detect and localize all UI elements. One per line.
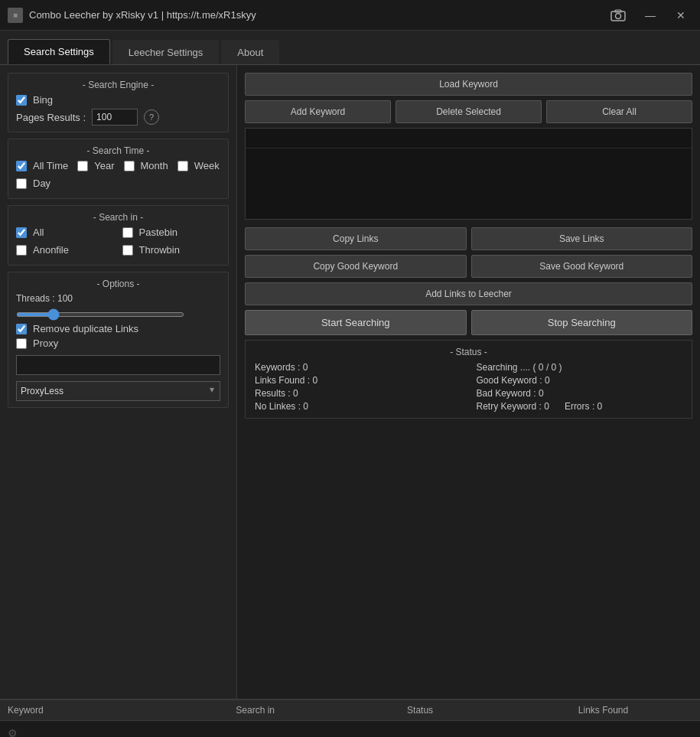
app-icon: ■ [8,8,23,23]
search-in-title: - Search in - [16,212,220,223]
start-searching-button[interactable]: Start Searching [245,310,467,335]
all-label[interactable]: All [33,227,44,238]
pages-results-row: Pages Results : ? [16,109,220,126]
pastebin-label[interactable]: Pastebin [139,227,178,238]
left-panel: - Search Engine - Bing Pages Results : ?… [0,65,237,699]
week-label[interactable]: Week [194,160,220,171]
day-label[interactable]: Day [33,178,50,189]
save-links-button[interactable]: Save Links [471,227,693,250]
threads-slider[interactable] [16,312,184,317]
search-time-title: - Search Time - [16,145,220,156]
delete-selected-button[interactable]: Delete Selected [396,100,542,123]
proxy-row: Proxy [16,338,220,349]
week-row: Week [177,160,220,171]
keyword-input-field[interactable] [246,129,692,148]
remove-duplicate-row: Remove duplicate Links [16,323,220,334]
day-checkbox[interactable] [16,178,27,189]
copy-links-button[interactable]: Copy Links [245,227,467,250]
year-label[interactable]: Year [94,160,114,171]
alltime-label[interactable]: All Time [33,160,68,171]
month-checkbox[interactable] [124,161,135,171]
search-time-section: - Search Time - All Time Year Month Week [8,139,229,199]
col-status: Status [407,705,578,716]
clear-all-button[interactable]: Clear All [546,100,692,123]
links-row: Copy Links Save Links [245,227,692,250]
tab-search-settings[interactable]: Search Settings [8,39,110,64]
status-area: - Status - Keywords : 0 Searching .... (… [245,340,692,419]
anonfile-checkbox[interactable] [16,245,27,256]
bing-row: Bing [16,94,220,106]
close-button[interactable]: ✕ [669,5,692,24]
alltime-checkbox[interactable] [16,161,27,171]
week-checkbox[interactable] [177,161,188,171]
good-keyword-row: Copy Good Keyword Save Good Keyword [245,255,692,278]
pastebin-checkbox[interactable] [122,227,133,238]
proxy-select[interactable]: ProxyLess [16,381,220,401]
alltime-row: All Time [16,160,68,171]
bad-keyword-status: Bad Keyword : 0 [477,388,683,399]
proxy-checkbox[interactable] [16,338,27,349]
results-status: Results : 0 [255,388,461,399]
year-checkbox[interactable] [77,161,88,171]
throwbin-row: Throwbin [122,244,221,256]
proxy-input[interactable] [16,355,220,375]
search-control-row: Start Searching Stop Searching [245,310,692,335]
load-keyword-button[interactable]: Load Keyword [245,73,692,96]
searching-status: Searching .... ( 0 / 0 ) [477,362,683,373]
status-grid: Keywords : 0 Searching .... ( 0 / 0 ) Li… [255,362,682,412]
bing-checkbox[interactable] [16,95,27,106]
camera-button[interactable] [605,5,631,24]
all-row: All [16,227,115,238]
good-keyword-status: Good Keyword : 0 [477,375,683,386]
stop-searching-button[interactable]: Stop Searching [471,310,693,335]
col-links: Links Found [578,705,692,716]
search-engine-title: - Search Engine - [16,80,220,90]
threads-label: Threads : 100 [16,293,220,304]
tab-leecher-settings[interactable]: Leecher Settings [112,40,220,64]
table-header: Keyword Search in Status Links Found [0,699,700,721]
pastebin-row: Pastebin [122,227,221,238]
tabs-bar: Search Settings Leecher Settings About [0,31,700,65]
search-in-section: - Search in - All Pastebin Anonfile Thro… [8,205,229,266]
links-found-status: Links Found : 0 [255,375,461,386]
keyword-list-area[interactable] [245,128,692,220]
errors-status: Errors : 0 [565,401,602,412]
right-panel: Load Keyword Add Keyword Delete Selected… [237,65,700,699]
save-good-keyword-button[interactable]: Save Good Keyword [471,255,693,278]
keyword-actions-row: Add Keyword Delete Selected Clear All [245,100,692,123]
minimize-button[interactable]: — [639,5,662,24]
pages-results-input[interactable] [92,109,138,126]
keywords-status: Keywords : 0 [255,362,461,373]
options-section: - Options - Threads : 100 Remove duplica… [8,272,229,408]
table-section: Keyword Search in Status Links Found ⚙ [0,699,700,737]
bing-label[interactable]: Bing [33,94,53,106]
remove-duplicate-checkbox[interactable] [16,324,27,334]
throwbin-checkbox[interactable] [122,245,133,256]
title-bar: ■ Combo Leecher by xRisky v1 | https://t… [0,0,700,31]
gear-icon: ⚙ [8,727,18,737]
proxy-select-wrapper: ProxyLess [16,378,220,401]
copy-good-keyword-button[interactable]: Copy Good Keyword [245,255,467,278]
month-label[interactable]: Month [141,160,168,171]
all-checkbox[interactable] [16,227,27,238]
add-keyword-button[interactable]: Add Keyword [245,100,391,123]
proxy-label[interactable]: Proxy [33,338,58,349]
col-keyword: Keyword [8,705,236,716]
year-row: Year [77,160,114,171]
svg-point-1 [616,13,621,18]
remove-duplicate-label[interactable]: Remove duplicate Links [33,323,138,334]
day-row: Day [16,178,50,189]
title-bar-text: Combo Leecher by xRisky v1 | https://t.m… [29,9,605,21]
add-links-to-leecher-button[interactable]: Add Links to Leecher [245,282,692,305]
throwbin-label[interactable]: Throwbin [139,244,180,256]
no-links-status: No Linkes : 0 [255,401,461,412]
table-body[interactable]: ⚙ [0,721,700,737]
status-title: - Status - [255,347,682,357]
pages-results-label: Pages Results : [16,112,86,123]
help-button[interactable]: ? [144,109,159,125]
anonfile-label[interactable]: Anonfile [33,244,69,256]
search-engine-section: - Search Engine - Bing Pages Results : ? [8,73,229,132]
month-row: Month [124,160,168,171]
title-bar-controls: — ✕ [605,5,692,24]
tab-about[interactable]: About [221,40,279,64]
